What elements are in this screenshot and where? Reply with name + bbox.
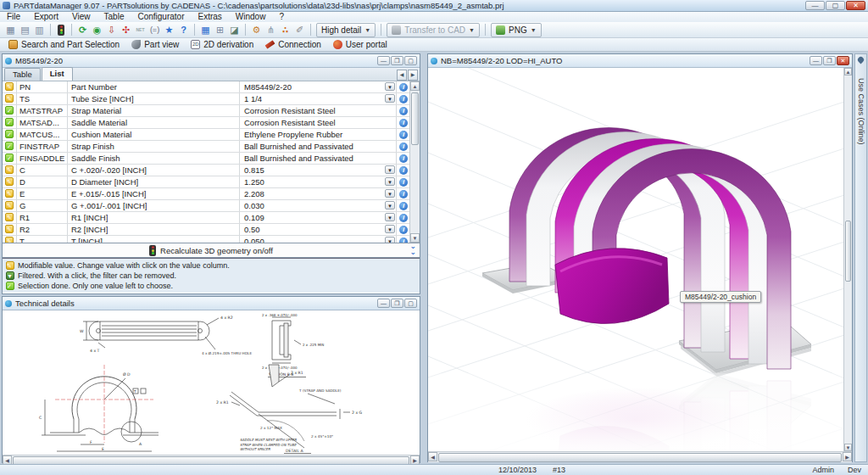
table-values-icon[interactable]: ▤ <box>18 24 32 36</box>
menu-help[interactable]: ? <box>272 12 291 22</box>
favorites-star-icon[interactable]: ★ <box>162 24 176 36</box>
panel-minimize-button[interactable]: — <box>377 56 390 65</box>
table-row[interactable]: ✎GG +.001/-.001 [INCH]0.030▼i <box>3 200 410 212</box>
magic-wand-icon[interactable]: ✐ <box>292 24 307 36</box>
scroll-down-icon[interactable]: ▼ <box>844 444 852 451</box>
connection-button[interactable]: Connection <box>262 39 325 51</box>
net-icon[interactable]: NET <box>133 24 147 36</box>
table-row[interactable]: ✎PNPart NumberM85449/2-20▼i <box>3 81 410 93</box>
table-row[interactable]: ✎R2R2 [INCH]0.50▼i <box>3 224 410 236</box>
table-row[interactable]: ✎CC +.020/-.020 [INCH]0.815▼i <box>3 165 410 176</box>
info-icon[interactable]: i <box>399 142 408 151</box>
view3d-viewport[interactable]: M85449/2-20_cushion ▲ ▼ <box>428 68 852 451</box>
2d-derivation-button[interactable]: 2D 2D derivation <box>187 39 257 51</box>
row-value[interactable]: 0.815 <box>240 165 385 176</box>
panel-minimize-button[interactable]: — <box>377 299 390 308</box>
use-cases-tab-label[interactable]: Use Cases (Online) <box>856 78 865 145</box>
scroll-thumb[interactable] <box>411 92 419 145</box>
scroll-right-icon[interactable]: ▶ <box>843 452 852 461</box>
png-export-dropdown[interactable]: PNG ▼ <box>491 23 542 37</box>
view3d-titlebar[interactable]: NB=M85449/2-20 LOD=HI_AUTO — ❐ ✕ <box>428 54 852 68</box>
info-icon[interactable]: i <box>399 95 408 103</box>
expand-double-chevron-icon[interactable]: ⌄⌄ <box>409 243 416 255</box>
value-dropdown-icon[interactable]: ▼ <box>385 189 395 198</box>
part-view-button[interactable]: Part view <box>128 39 182 51</box>
help-icon[interactable]: ? <box>176 24 191 36</box>
panel-minimize-button[interactable]: — <box>810 56 822 65</box>
table-new-icon[interactable]: ▦ <box>3 24 18 36</box>
tab-scroll-right-icon[interactable]: ▶ <box>408 70 418 81</box>
info-icon[interactable]: i <box>399 154 408 163</box>
panel-restore-button[interactable]: ❐ <box>823 56 836 65</box>
table-vertical-scrollbar[interactable]: ▲ ▼ <box>409 81 420 243</box>
panel-restore-button[interactable]: ❐ <box>391 56 403 65</box>
menu-configurator[interactable]: Configurator <box>131 12 191 22</box>
table-row[interactable]: ✎TT [INCH]0.050▼i <box>3 236 410 243</box>
technical-details-titlebar[interactable]: Technical details — ❐ ▢ <box>3 297 420 310</box>
table-row[interactable]: ✓MATCUS...Cushion MaterialEthylene Propy… <box>3 129 410 141</box>
table-compare-icon[interactable]: ⊞ <box>213 24 227 36</box>
panel-restore-button[interactable]: ❐ <box>391 299 403 308</box>
hierarchy-icon[interactable]: ∴ <box>278 24 292 36</box>
detail-level-dropdown[interactable]: High detail ▼ <box>316 23 376 37</box>
parameter-panel-titlebar[interactable]: M85449/2-20 — ❐ ▢ <box>3 54 420 68</box>
info-icon[interactable]: i <box>399 119 408 127</box>
row-value[interactable]: M85449/2-20 <box>240 81 385 92</box>
value-dropdown-icon[interactable]: ▼ <box>385 177 395 186</box>
menu-file[interactable]: File <box>0 12 27 22</box>
row-value[interactable]: 0.030 <box>240 200 385 211</box>
row-value[interactable]: 0.50 <box>240 224 385 235</box>
scroll-up-icon[interactable]: ▲ <box>844 68 852 75</box>
close-button[interactable]: ✕ <box>846 1 865 10</box>
view3d-vertical-scrollbar[interactable]: ▲ ▼ <box>843 68 852 451</box>
transfer-to-cad-dropdown[interactable]: Transfer to CAD ▼ <box>387 23 480 37</box>
info-icon[interactable]: i <box>399 131 408 139</box>
export-cad-icon[interactable]: ⇩ <box>104 24 119 36</box>
info-icon[interactable]: i <box>399 166 408 175</box>
row-value[interactable]: Ball Burnished and Passivated <box>240 153 385 164</box>
user-portal-button[interactable]: User portal <box>330 39 391 51</box>
value-dropdown-icon[interactable]: ▼ <box>385 201 395 210</box>
table-row[interactable]: ✓MATSAD...Saddle MaterialCorrosion Resis… <box>3 117 410 129</box>
panel-maximize-button[interactable]: ▢ <box>404 299 417 308</box>
assembly-3d-icon[interactable]: ⚙ <box>249 24 264 36</box>
row-value[interactable]: 2.208 <box>240 188 385 199</box>
info-icon[interactable]: i <box>399 190 408 198</box>
value-dropdown-icon[interactable]: ▼ <box>385 237 395 243</box>
table-row[interactable]: ✓MATSTRAPStrap MaterialCorrosion Resista… <box>3 105 410 117</box>
use-cases-strip[interactable]: Use Cases (Online) <box>854 53 867 462</box>
tab-list[interactable]: List <box>42 67 73 81</box>
info-icon[interactable]: i <box>399 178 408 187</box>
table-row[interactable]: ✓FINSTRAPStrap FinishBall Burnished and … <box>3 141 410 153</box>
scroll-left-icon[interactable]: ◀ <box>428 452 437 461</box>
table-row[interactable]: ✎R1R1 [INCH]0.109▼i <box>3 212 410 224</box>
table-view-icon[interactable]: ▦ <box>198 24 213 36</box>
table-row[interactable]: ✎TSTube Size [INCH]1 1/4▼i <box>3 93 410 105</box>
view3d-horizontal-scrollbar[interactable]: ◀ ▶ <box>428 451 852 462</box>
menu-export[interactable]: Export <box>27 12 65 22</box>
screenshot-icon[interactable]: ◪ <box>227 24 242 36</box>
row-value[interactable]: Ethylene Propylene Rubber <box>240 129 385 140</box>
row-value[interactable]: Corrosion Resistant Steel <box>240 117 385 128</box>
info-icon[interactable]: i <box>399 226 408 234</box>
row-value[interactable]: 0.109 <box>240 212 385 223</box>
info-icon[interactable]: i <box>399 83 408 92</box>
traffic-light-icon[interactable] <box>58 25 64 36</box>
value-dropdown-icon[interactable]: ▼ <box>385 82 395 91</box>
pin-icon[interactable] <box>857 56 865 64</box>
scroll-thumb[interactable] <box>438 453 842 462</box>
equals-icon[interactable]: (=) <box>147 24 162 36</box>
menu-table[interactable]: Table <box>97 12 131 22</box>
table-row[interactable]: ✎DD Diameter [INCH]1.250▼i <box>3 176 410 188</box>
info-icon[interactable]: i <box>399 107 408 115</box>
row-value[interactable]: Corrosion Resistant Steel <box>240 105 385 116</box>
recalculate-bar[interactable]: Recalculate 3D geometry on/off ⌄⌄ <box>3 243 420 258</box>
part-tree-icon[interactable]: ⋔ <box>264 24 278 36</box>
scroll-thumb[interactable] <box>845 221 851 282</box>
panel-close-button[interactable]: ✕ <box>837 56 849 65</box>
row-value[interactable]: Ball Burnished and Passivated <box>240 141 385 152</box>
row-value[interactable]: 1.250 <box>240 176 385 187</box>
tab-table[interactable]: Table <box>4 68 41 81</box>
info-icon[interactable]: i <box>399 214 408 222</box>
value-dropdown-icon[interactable]: ▼ <box>385 213 395 221</box>
